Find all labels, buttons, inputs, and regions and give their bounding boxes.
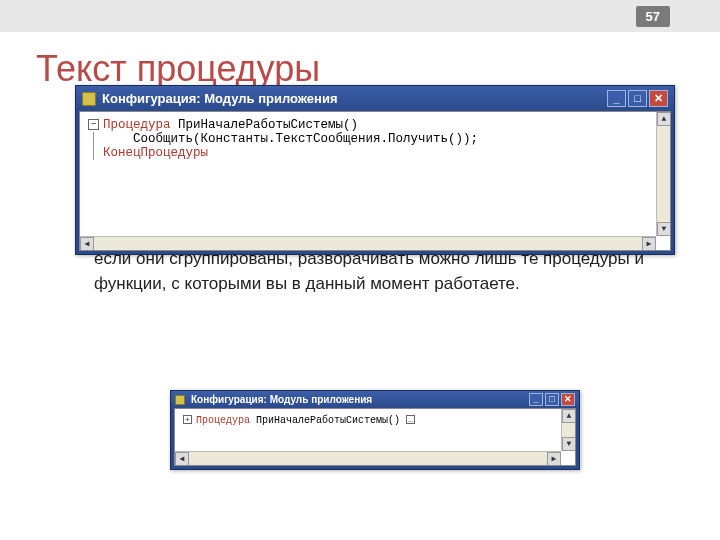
fold-toggle-icon[interactable]: − (88, 119, 99, 130)
scroll-left-icon[interactable]: ◀ (175, 452, 189, 466)
horizontal-scrollbar[interactable]: ◀ ▶ (80, 236, 656, 250)
close-button[interactable]: ✕ (649, 90, 668, 107)
maximize-button[interactable]: □ (545, 393, 559, 406)
horizontal-scrollbar[interactable]: ◀ ▶ (175, 451, 561, 465)
window-icon (82, 92, 96, 106)
code-editor[interactable]: +Процедура ПриНачалеРаботыСистемы() … ▲ … (174, 408, 576, 466)
scroll-left-icon[interactable]: ◀ (80, 237, 94, 251)
code-editor[interactable]: −Процедура ПриНачалеРаботыСистемы() Сооб… (79, 111, 671, 251)
vertical-scrollbar[interactable]: ▲ ▼ (561, 409, 575, 451)
window-controls: _ □ ✕ (529, 393, 575, 406)
minimize-button[interactable]: _ (607, 90, 626, 107)
window-title-text: Конфигурация: Модуль приложения (191, 394, 372, 405)
slide-header: 57 (0, 0, 720, 32)
scroll-right-icon[interactable]: ▶ (547, 452, 561, 466)
maximize-button[interactable]: □ (628, 90, 647, 107)
scroll-right-icon[interactable]: ▶ (642, 237, 656, 251)
window-icon (175, 395, 185, 405)
code-line: Сообщить(Константы.ТекстСообщения.Получи… (103, 132, 662, 146)
window-titlebar[interactable]: Конфигурация: Модуль приложения _ □ ✕ (171, 391, 579, 408)
code-window-expanded: Конфигурация: Модуль приложения _ □ ✕ −П… (75, 85, 675, 255)
scroll-up-icon[interactable]: ▲ (657, 112, 671, 126)
vertical-scrollbar[interactable]: ▲ ▼ (656, 112, 670, 236)
code-line: КонецПроцедуры (103, 146, 662, 160)
minimize-button[interactable]: _ (529, 393, 543, 406)
window-controls: _ □ ✕ (607, 90, 668, 107)
fold-toggle-icon[interactable]: + (183, 415, 192, 424)
window-titlebar[interactable]: Конфигурация: Модуль приложения _ □ ✕ (76, 86, 674, 111)
fold-region: Сообщить(Константы.ТекстСообщения.Получи… (93, 132, 662, 160)
scroll-up-icon[interactable]: ▲ (562, 409, 576, 423)
scroll-down-icon[interactable]: ▼ (657, 222, 671, 236)
scroll-down-icon[interactable]: ▼ (562, 437, 576, 451)
window-title-text: Конфигурация: Модуль приложения (102, 91, 338, 106)
code-line: +Процедура ПриНачалеРаботыСистемы() … (183, 415, 567, 426)
fold-ellipsis-icon[interactable]: … (406, 415, 415, 424)
code-window-collapsed: Конфигурация: Модуль приложения _ □ ✕ +П… (170, 390, 580, 470)
code-line: −Процедура ПриНачалеРаботыСистемы() (88, 118, 662, 132)
close-button[interactable]: ✕ (561, 393, 575, 406)
page-number-badge: 57 (636, 6, 670, 27)
slide-title: Текст процедуры (36, 48, 720, 90)
